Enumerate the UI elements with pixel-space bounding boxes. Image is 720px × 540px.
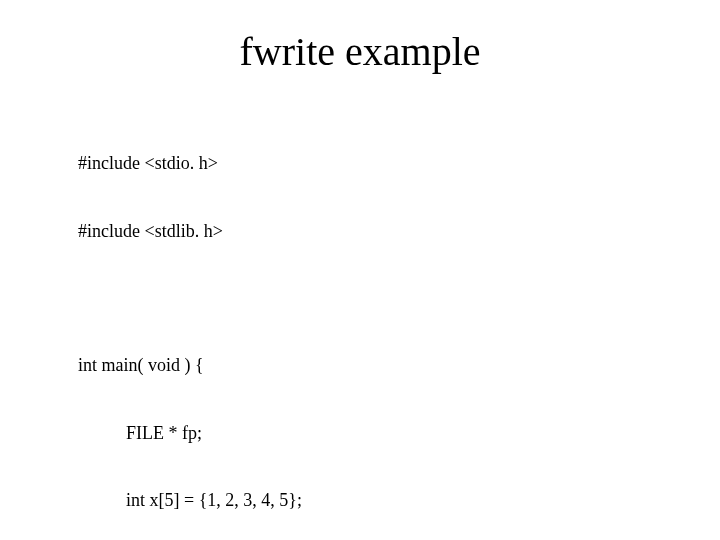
code-block: #include <stdio. h> #include <stdlib. h>…: [78, 107, 720, 540]
slide: fwrite example #include <stdio. h> #incl…: [0, 28, 720, 540]
code-line: #include <stdlib. h>: [78, 220, 720, 243]
code-line: FILE * fp;: [78, 422, 720, 445]
code-line: int x[5] = {1, 2, 3, 4, 5};: [78, 489, 720, 512]
code-line: int main( void ) {: [78, 354, 720, 377]
slide-title: fwrite example: [0, 28, 720, 75]
code-line: #include <stdio. h>: [78, 152, 720, 175]
blank-line: [78, 287, 720, 309]
